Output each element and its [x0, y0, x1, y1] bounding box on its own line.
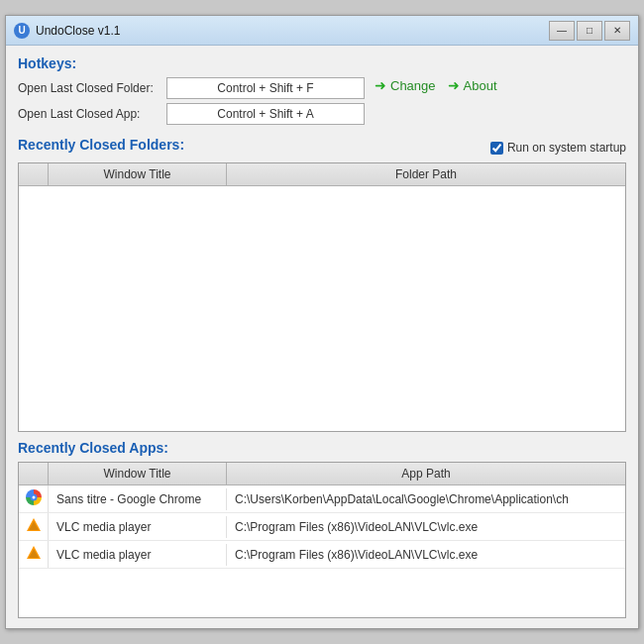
apps-icon-col-header: [19, 463, 49, 484]
apps-table-body: Sans titre - Google ChromeC:\Users\Korbe…: [19, 485, 625, 617]
apps-table-header: Window Title App Path: [19, 463, 625, 485]
app-icon-cell: [19, 485, 49, 512]
folder-hotkey-row: Open Last Closed Folder:: [18, 77, 365, 99]
startup-checkbox-label[interactable]: Run on system startup: [490, 141, 626, 155]
maximize-button[interactable]: □: [577, 21, 602, 41]
app-path-cell: C:\Program Files (x86)\VideoLAN\VLC\vlc.…: [227, 544, 625, 566]
apps-section: Recently Closed Apps: Window Title App P…: [18, 440, 626, 618]
hotkeys-section: Hotkeys: Open Last Closed Folder: Open L…: [18, 55, 626, 129]
folder-hotkey-label: Open Last Closed Folder:: [18, 81, 166, 95]
hotkeys-buttons: ➜ Change ➜ About: [375, 77, 497, 93]
folders-table-header: Window Title Folder Path: [19, 163, 625, 186]
close-button[interactable]: ✕: [604, 21, 630, 41]
app-hotkey-row: Open Last Closed App:: [18, 103, 365, 125]
main-window: U UndoClose v1.1 — □ ✕ Hotkeys: Open Las…: [5, 15, 639, 629]
window-title-cell: Sans titre - Google Chrome: [49, 488, 227, 510]
table-row[interactable]: VLC media playerC:\Program Files (x86)\V…: [19, 513, 625, 541]
change-label: Change: [390, 78, 436, 93]
folders-table-body: [19, 186, 625, 431]
startup-checkbox[interactable]: [490, 142, 503, 155]
window-title-cell: VLC media player: [49, 544, 227, 566]
table-row[interactable]: VLC media playerC:\Program Files (x86)\V…: [19, 541, 625, 569]
window-title-cell: VLC media player: [49, 516, 227, 538]
apps-table: Window Title App Path Sans titre - Googl…: [18, 462, 626, 618]
folders-window-col-header: Window Title: [49, 163, 227, 185]
app-icon: U: [14, 23, 30, 39]
content-area: Hotkeys: Open Last Closed Folder: Open L…: [6, 46, 638, 628]
change-button[interactable]: ➜ Change: [375, 77, 436, 93]
minimize-button[interactable]: —: [549, 21, 575, 41]
apps-path-col-header: App Path: [227, 463, 625, 484]
about-label: About: [464, 78, 497, 93]
app-icon-cell: [19, 513, 49, 540]
folders-section: Recently Closed Folders: Run on system s…: [18, 137, 626, 432]
title-bar: U UndoClose v1.1 — □ ✕: [6, 16, 638, 46]
app-icon-cell: [19, 541, 49, 568]
hotkeys-title: Hotkeys:: [18, 55, 626, 71]
title-buttons: — □ ✕: [549, 21, 630, 41]
table-row[interactable]: Sans titre - Google ChromeC:\Users\Korbe…: [19, 485, 625, 513]
folders-title: Recently Closed Folders:: [18, 137, 184, 153]
window-title: UndoClose v1.1: [36, 24, 549, 38]
folders-header: Recently Closed Folders: Run on system s…: [18, 137, 626, 159]
startup-label: Run on system startup: [507, 141, 626, 155]
change-arrow-icon: ➜: [375, 77, 386, 93]
about-button[interactable]: ➜ About: [448, 77, 497, 93]
chrome-icon: [26, 489, 42, 505]
about-arrow-icon: ➜: [448, 77, 460, 93]
vlc-icon: [26, 545, 42, 561]
vlc-icon: [26, 517, 42, 533]
apps-window-col-header: Window Title: [49, 463, 227, 484]
folder-hotkey-input[interactable]: [166, 77, 365, 99]
app-hotkey-label: Open Last Closed App:: [18, 107, 166, 121]
folders-path-col-header: Folder Path: [227, 163, 625, 185]
app-path-cell: C:\Users\Korben\AppData\Local\Google\Chr…: [227, 488, 625, 510]
app-path-cell: C:\Program Files (x86)\VideoLAN\VLC\vlc.…: [227, 516, 625, 538]
folders-table: Window Title Folder Path: [18, 162, 626, 432]
folders-icon-col-header: [19, 163, 49, 185]
app-hotkey-input[interactable]: [166, 103, 365, 125]
apps-title: Recently Closed Apps:: [18, 440, 626, 456]
